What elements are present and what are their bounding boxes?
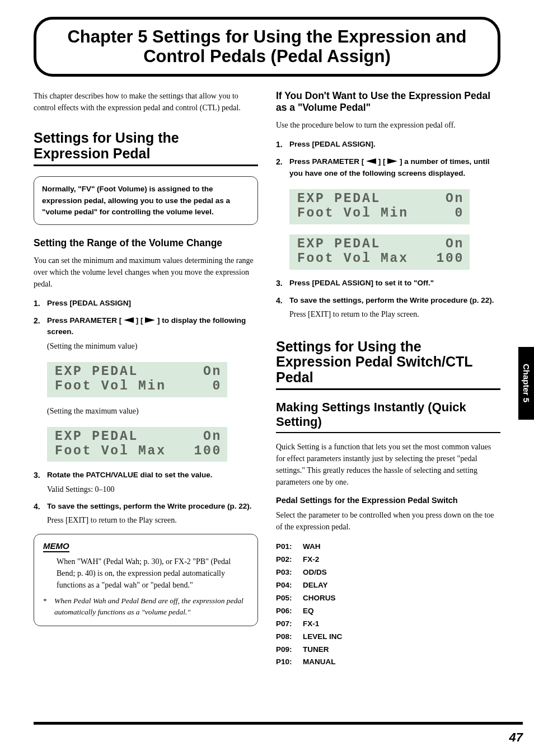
pedal-key: P07: bbox=[276, 618, 303, 631]
lcd-display-max: EXP PEDAL OnFoot Vol Max 100 bbox=[47, 427, 227, 462]
section-heading-switch-ctl: Settings for Using the Expression Pedal … bbox=[276, 339, 500, 386]
step-number: 4. bbox=[34, 501, 47, 513]
memo-footnote-text: When Pedal Wah and Pedal Bend are off, t… bbox=[54, 595, 249, 618]
table-row: P06:EQ bbox=[276, 605, 500, 618]
subsection-heading-range: Setting the Range of the Volume Change bbox=[34, 237, 258, 249]
step-number: 3. bbox=[276, 278, 289, 289]
pedal-value: FX-2 bbox=[303, 553, 319, 566]
memo-footnote: * When Pedal Wah and Pedal Bend are off,… bbox=[43, 595, 249, 618]
svg-marker-2 bbox=[366, 158, 376, 164]
subsection-heading-quick-setting: Making Settings Instantly (Quick Setting… bbox=[276, 400, 500, 429]
right-column: If You Don't Want to Use the Expression … bbox=[276, 90, 500, 669]
heading-rule bbox=[276, 388, 500, 390]
lcd-display-min: EXP PEDAL OnFoot Vol Min 0 bbox=[47, 362, 227, 397]
pedal-key: P08: bbox=[276, 631, 303, 644]
table-row: P05:CHORUS bbox=[276, 592, 500, 605]
step-text: Press [PEDAL ASSIGN] bbox=[47, 298, 258, 309]
pedal-settings-body: Select the parameter to be controlled wh… bbox=[276, 509, 500, 533]
triangle-left-icon bbox=[366, 158, 376, 164]
intro-text: This chapter describes how to make the s… bbox=[34, 90, 258, 114]
lcd-line: Foot Vol Min 0 bbox=[55, 379, 222, 393]
step-pre: Press PARAMETER [ bbox=[47, 316, 121, 325]
subsection-heading-disable-volume: If You Don't Want to Use the Expression … bbox=[276, 90, 500, 114]
step-text: Press [PEDAL ASSIGN] to set it to "Off." bbox=[289, 278, 500, 289]
section-heading-expression-pedal: Settings for Using the Expression Pedal bbox=[34, 130, 258, 161]
lcd-line: Foot Vol Max 100 bbox=[297, 251, 464, 266]
chapter-title: Chapter 5 Settings for Using the Express… bbox=[53, 27, 481, 66]
asterisk-icon: * bbox=[43, 595, 54, 618]
footer-rule bbox=[34, 722, 523, 725]
lcd-line: Foot Vol Max 100 bbox=[55, 444, 222, 458]
info-box-fv: Normally, "FV" (Foot Volume) is assigned… bbox=[34, 176, 258, 225]
lcd-line: EXP PEDAL On bbox=[297, 237, 464, 251]
quick-setting-body: Quick Setting is a function that lets yo… bbox=[276, 441, 500, 488]
bracket-sep: ] [ bbox=[136, 316, 146, 325]
step-sub: (Setting the minimum value) bbox=[47, 340, 258, 352]
pedal-key: P10: bbox=[276, 656, 303, 669]
pedal-value: WAH bbox=[303, 541, 321, 553]
table-row: P02:FX-2 bbox=[276, 553, 500, 566]
page-number: 47 bbox=[509, 730, 523, 745]
step-sub: Press [EXIT] to return to the Play scree… bbox=[289, 308, 500, 320]
triangle-right-icon bbox=[387, 158, 397, 164]
table-row: P10:MANUAL bbox=[276, 656, 500, 669]
step-text: Press PARAMETER [ ] [ ] to display the f… bbox=[47, 315, 258, 352]
pedal-settings-table: P01:WAH P02:FX-2 P03:OD/DS P04:DELAY P05… bbox=[276, 541, 500, 669]
lcd-display-min: EXP PEDAL OnFoot Vol Min 0 bbox=[289, 189, 470, 224]
pedal-key: P06: bbox=[276, 605, 303, 618]
steps-list-disable-2: 3. Press [PEDAL ASSIGN] to set it to "Of… bbox=[276, 278, 500, 320]
lcd-line: EXP PEDAL On bbox=[55, 429, 222, 444]
pedal-key: P02: bbox=[276, 553, 303, 566]
heading-rule bbox=[34, 165, 258, 166]
svg-marker-0 bbox=[124, 317, 134, 323]
step-number: 3. bbox=[34, 469, 47, 481]
step-main: To save the settings, perform the Write … bbox=[289, 296, 494, 304]
table-row: P01:WAH bbox=[276, 541, 500, 553]
pedal-value: MANUAL bbox=[303, 656, 336, 669]
triangle-right-icon bbox=[145, 317, 155, 323]
steps-list-disable: 1. Press [PEDAL ASSIGN]. 2. Press PARAME… bbox=[276, 139, 500, 179]
pedal-key: P04: bbox=[276, 579, 303, 592]
memo-body: When "WAH" (Pedal Wah; p. 30), or FX-2 "… bbox=[43, 556, 249, 591]
left-column: This chapter describes how to make the s… bbox=[34, 90, 258, 669]
h4-pedal-settings: Pedal Settings for the Expression Pedal … bbox=[276, 496, 500, 505]
pedal-value: EQ bbox=[303, 605, 314, 618]
svg-marker-1 bbox=[145, 317, 155, 323]
step-number: 1. bbox=[34, 298, 47, 309]
step-number: 2. bbox=[34, 315, 47, 327]
subheading-rule bbox=[276, 432, 500, 433]
pedal-key: P09: bbox=[276, 644, 303, 656]
bracket-sep: ] [ bbox=[378, 157, 388, 166]
steps-list-range-2: 3. Rotate the PATCH/VALUE dial to set th… bbox=[34, 469, 258, 526]
step-text: Press PARAMETER [ ] [ ] a number of time… bbox=[289, 156, 500, 179]
pedal-value: OD/DS bbox=[303, 566, 327, 579]
table-row: P08:LEVEL INC bbox=[276, 631, 500, 644]
memo-label: MEMO bbox=[43, 541, 69, 552]
memo-box: MEMO When "WAH" (Pedal Wah; p. 30), or F… bbox=[34, 534, 258, 627]
chapter-thumb-tab: Chapter 5 bbox=[518, 347, 534, 420]
step-main: To save the settings, perform the Write … bbox=[47, 502, 252, 510]
step-number: 2. bbox=[276, 156, 289, 168]
step-sub: Press [EXIT] to return to the Play scree… bbox=[47, 514, 258, 526]
setting-max-label: (Setting the maximum value) bbox=[34, 405, 258, 417]
triangle-left-icon bbox=[124, 317, 134, 323]
table-row: P07:FX-1 bbox=[276, 618, 500, 631]
disable-body: Use the procedure below to turn the expr… bbox=[276, 119, 500, 131]
chapter-title-frame: Chapter 5 Settings for Using the Express… bbox=[34, 17, 500, 77]
step-pre: Press PARAMETER [ bbox=[289, 157, 364, 166]
step-text: Rotate the PATCH/VALUE dial to set the v… bbox=[47, 469, 258, 495]
step-text: To save the settings, perform the Write … bbox=[47, 501, 258, 526]
lcd-line: EXP PEDAL On bbox=[297, 191, 464, 206]
pedal-value: DELAY bbox=[303, 579, 328, 592]
table-row: P04:DELAY bbox=[276, 579, 500, 592]
step-number: 4. bbox=[276, 295, 289, 307]
step-number: 1. bbox=[276, 139, 289, 151]
pedal-key: P03: bbox=[276, 566, 303, 579]
step-main: Rotate the PATCH/VALUE dial to set the v… bbox=[47, 471, 213, 479]
step-sub: Valid Settings: 0–100 bbox=[47, 483, 258, 495]
pedal-value: FX-1 bbox=[303, 618, 319, 631]
table-row: P03:OD/DS bbox=[276, 566, 500, 579]
lcd-line: Foot Vol Min 0 bbox=[297, 206, 464, 220]
pedal-key: P01: bbox=[276, 541, 303, 553]
lcd-display-max: EXP PEDAL OnFoot Vol Max 100 bbox=[289, 234, 470, 270]
